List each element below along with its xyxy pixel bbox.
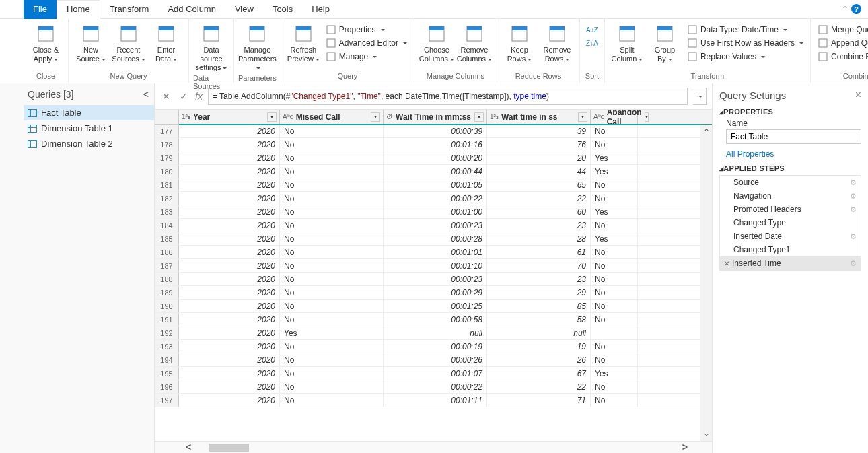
row-number[interactable]: 190 bbox=[155, 300, 179, 312]
new-source-button[interactable]: NewSource bbox=[73, 20, 109, 63]
table-row[interactable]: 1922020Yesnullnull bbox=[155, 326, 712, 340]
refresh-button[interactable]: RefreshPreview bbox=[285, 20, 322, 63]
cell-abandon[interactable]: No bbox=[591, 380, 638, 393]
cell-wait[interactable]: 00:00:19 bbox=[384, 340, 487, 353]
cell-year[interactable]: 2020 bbox=[179, 246, 280, 258]
cell-wait[interactable]: 00:01:11 bbox=[384, 394, 487, 407]
step-promoted-headers[interactable]: Promoted Headers⚙ bbox=[720, 203, 861, 216]
cell-wait-ss[interactable]: 76 bbox=[487, 138, 591, 151]
fx-icon[interactable]: fx bbox=[195, 91, 203, 102]
cell-wait[interactable]: 00:00:23 bbox=[384, 273, 487, 285]
gear-icon[interactable]: ⚙ bbox=[850, 205, 857, 214]
table-row[interactable]: 1842020No00:00:2323No bbox=[155, 219, 712, 232]
cell-abandon[interactable]: No bbox=[591, 286, 638, 299]
cell-wait[interactable]: 00:00:22 bbox=[384, 380, 487, 393]
row-number[interactable]: 193 bbox=[155, 340, 179, 353]
cell-year[interactable]: 2020 bbox=[179, 259, 280, 272]
cell-wait[interactable]: 00:00:58 bbox=[384, 313, 487, 326]
column-filter-icon[interactable]: ▾ bbox=[578, 112, 587, 122]
row-number[interactable]: 196 bbox=[155, 380, 179, 393]
row-number[interactable]: 187 bbox=[155, 259, 179, 272]
choose-cols-button[interactable]: ChooseColumns bbox=[419, 20, 455, 63]
cell-abandon[interactable]: Yes bbox=[591, 232, 638, 245]
cell-missed[interactable]: No bbox=[280, 138, 384, 151]
cell-wait-ss[interactable]: 60 bbox=[487, 205, 591, 218]
close-settings-icon[interactable]: × bbox=[855, 89, 861, 101]
replace-values-button[interactable]: Replace Values bbox=[684, 50, 806, 63]
cell-wait[interactable]: 00:00:22 bbox=[384, 192, 487, 205]
close-apply-button[interactable]: Close &Apply bbox=[28, 20, 64, 63]
cell-year[interactable]: 2020 bbox=[179, 380, 280, 393]
cell-wait-ss[interactable]: null bbox=[487, 326, 591, 339]
cell-year[interactable]: 2020 bbox=[179, 353, 280, 366]
cell-abandon[interactable]: No bbox=[591, 394, 638, 407]
cell-wait-ss[interactable]: 39 bbox=[487, 125, 591, 137]
query-item-fact-table[interactable]: Fact Table bbox=[24, 105, 154, 120]
table-row[interactable]: 1812020No00:01:0565No bbox=[155, 178, 712, 192]
all-properties-link[interactable]: All Properties bbox=[726, 149, 861, 159]
step-navigation[interactable]: Navigation⚙ bbox=[720, 189, 861, 203]
collapse-queries-icon[interactable]: < bbox=[143, 89, 149, 100]
scrollbar-thumb[interactable] bbox=[209, 444, 249, 452]
row-number[interactable]: 192 bbox=[155, 326, 179, 339]
sort-asc-button[interactable]: A↓Z bbox=[584, 23, 600, 36]
cell-abandon[interactable]: No bbox=[591, 125, 638, 137]
cell-year[interactable]: 2020 bbox=[179, 286, 280, 299]
row-number[interactable]: 183 bbox=[155, 205, 179, 218]
cell-wait-ss[interactable]: 71 bbox=[487, 394, 591, 407]
cell-abandon[interactable]: Yes bbox=[591, 205, 638, 218]
row-number[interactable]: 188 bbox=[155, 273, 179, 285]
step-inserted-time[interactable]: ✕Inserted Time⚙ bbox=[720, 256, 861, 270]
cell-abandon[interactable]: Yes bbox=[591, 367, 638, 380]
corner-cell[interactable] bbox=[155, 110, 179, 124]
help-icon[interactable]: ? bbox=[851, 4, 861, 14]
cell-year[interactable]: 2020 bbox=[179, 326, 280, 339]
row-number[interactable]: 177 bbox=[155, 125, 179, 137]
remove-rows-button[interactable]: RemoveRows bbox=[539, 20, 575, 63]
cell-abandon[interactable]: No bbox=[591, 340, 638, 353]
cell-missed[interactable]: No bbox=[280, 205, 384, 218]
cell-wait-ss[interactable]: 26 bbox=[487, 353, 591, 366]
query-item-dimension-table-2[interactable]: Dimension Table 2 bbox=[24, 136, 154, 151]
step-inserted-date[interactable]: Inserted Date⚙ bbox=[720, 230, 861, 243]
table-row[interactable]: 1852020No00:00:2828Yes bbox=[155, 232, 712, 246]
row-number[interactable]: 191 bbox=[155, 313, 179, 326]
cell-year[interactable]: 2020 bbox=[179, 300, 280, 312]
cell-wait[interactable]: 00:01:07 bbox=[384, 367, 487, 380]
scroll-right-icon[interactable]: > bbox=[677, 442, 693, 452]
split-col-button[interactable]: SplitColumn bbox=[609, 20, 645, 63]
cell-wait-ss[interactable]: 28 bbox=[487, 232, 591, 245]
cell-wait[interactable]: 00:00:29 bbox=[384, 286, 487, 299]
cell-abandon[interactable]: No bbox=[591, 353, 638, 366]
cell-wait[interactable]: null bbox=[384, 326, 487, 339]
table-row[interactable]: 1962020No00:00:2222No bbox=[155, 380, 712, 394]
step-changed-type[interactable]: Changed Type bbox=[720, 216, 861, 230]
cell-wait-ss[interactable]: 23 bbox=[487, 273, 591, 285]
cell-missed[interactable]: No bbox=[280, 286, 384, 299]
cell-abandon[interactable] bbox=[591, 326, 638, 339]
column-filter-icon[interactable]: ▾ bbox=[474, 112, 484, 122]
group-by-button[interactable]: GroupBy bbox=[647, 20, 683, 63]
cell-year[interactable]: 2020 bbox=[179, 219, 280, 232]
cell-wait-ss[interactable]: 85 bbox=[487, 300, 591, 312]
cell-year[interactable]: 2020 bbox=[179, 367, 280, 380]
cell-wait-ss[interactable]: 70 bbox=[487, 259, 591, 272]
table-row[interactable]: 1822020No00:00:2222No bbox=[155, 192, 712, 205]
cell-missed[interactable]: No bbox=[280, 246, 384, 258]
cell-missed[interactable]: No bbox=[280, 380, 384, 393]
cell-wait[interactable]: 00:00:23 bbox=[384, 219, 487, 232]
cell-year[interactable]: 2020 bbox=[179, 313, 280, 326]
cell-missed[interactable]: No bbox=[280, 219, 384, 232]
cell-year[interactable]: 2020 bbox=[179, 273, 280, 285]
cell-wait[interactable]: 00:00:28 bbox=[384, 232, 487, 245]
collapse-ribbon-icon[interactable]: ⌃ bbox=[842, 5, 848, 14]
cell-missed[interactable]: No bbox=[280, 259, 384, 272]
remove-cols-button[interactable]: RemoveColumns bbox=[456, 20, 493, 63]
table-row[interactable]: 1942020No00:00:2626No bbox=[155, 353, 712, 367]
gear-icon[interactable]: ⚙ bbox=[850, 192, 857, 201]
cell-abandon[interactable]: No bbox=[591, 192, 638, 205]
table-row[interactable]: 1912020No00:00:5858No bbox=[155, 313, 712, 326]
cell-wait[interactable]: 00:00:20 bbox=[384, 151, 487, 164]
cell-year[interactable]: 2020 bbox=[179, 232, 280, 245]
cell-wait[interactable]: 00:00:26 bbox=[384, 353, 487, 366]
